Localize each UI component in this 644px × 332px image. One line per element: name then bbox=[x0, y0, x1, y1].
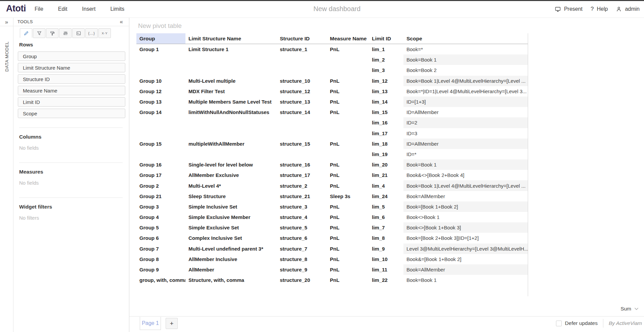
pivot-cell-structure-id[interactable]: structure_1 bbox=[277, 44, 327, 54]
pivot-cell-scope[interactable]: Level 3@MultiLevelHierarchy=[Level 3@Mul… bbox=[403, 244, 528, 254]
pivot-cell-group[interactable] bbox=[136, 65, 185, 75]
pivot-cell-structure-id[interactable] bbox=[277, 117, 327, 128]
pivot-cell-structure-id[interactable]: structure_14 bbox=[277, 107, 327, 117]
pivot-cell-limit-id[interactable]: lim_12 bbox=[369, 76, 403, 86]
pivot-cell-group[interactable]: Group 21 bbox=[136, 191, 185, 201]
pivot-cell-measure-name[interactable]: PnL bbox=[327, 139, 369, 149]
pivot-cell-structure-id[interactable]: structure_12 bbox=[277, 86, 327, 97]
pivot-cell-limit-structure-name[interactable]: AllMember bbox=[185, 264, 277, 275]
pivot-cell-structure-id[interactable]: structure_15 bbox=[277, 139, 327, 149]
collapse-panel-icon[interactable]: « bbox=[120, 19, 123, 25]
pivot-cell-measure-name[interactable] bbox=[327, 54, 369, 65]
pivot-cell-scope[interactable]: ID=* bbox=[403, 149, 528, 159]
page-tab-active[interactable]: Page 1 bbox=[140, 317, 161, 330]
column-header-scope[interactable]: Scope bbox=[403, 33, 528, 44]
field-chip-scope[interactable]: Scope bbox=[18, 109, 125, 118]
add-page-button[interactable]: + bbox=[166, 318, 178, 329]
pivot-cell-scope[interactable]: Book=Book 1|Level 4@MultiLevelHierarchy=… bbox=[403, 180, 528, 191]
pivot-cell-measure-name[interactable]: PnL bbox=[327, 244, 369, 254]
widget-title[interactable]: New pivot table bbox=[138, 22, 182, 30]
pivot-cell-limit-id[interactable]: lim_16 bbox=[369, 117, 403, 128]
pivot-cell-measure-name[interactable]: PnL bbox=[327, 159, 369, 170]
pivot-cell-measure-name[interactable]: PnL bbox=[327, 254, 369, 264]
pivot-cell-limit-id[interactable]: lim_17 bbox=[369, 128, 403, 139]
pivot-cell-scope[interactable]: Book=*|ID=1|Level 4@MultiLevelHierarchy=… bbox=[403, 86, 528, 97]
column-header-structure-id[interactable]: Structure ID bbox=[277, 33, 327, 44]
pivot-cell-group[interactable]: Group 1 bbox=[136, 44, 185, 54]
pivot-cell-group[interactable] bbox=[136, 149, 185, 159]
pivot-cell-group[interactable]: Group 8 bbox=[136, 254, 185, 264]
pivot-cell-group[interactable] bbox=[136, 54, 185, 65]
pivot-cell-structure-id[interactable] bbox=[277, 128, 327, 139]
field-chip-measure-name[interactable]: Measure Name bbox=[18, 86, 125, 95]
pivot-cell-structure-id[interactable]: structure_16 bbox=[277, 159, 327, 170]
pivot-cell-group[interactable]: Group 4 bbox=[136, 212, 185, 222]
pivot-cell-measure-name[interactable]: PnL bbox=[327, 233, 369, 243]
expand-panel-icon[interactable]: » bbox=[5, 19, 8, 25]
pivot-cell-structure-id[interactable]: structure_8 bbox=[277, 254, 327, 264]
tab-code[interactable]: {…} bbox=[85, 28, 98, 38]
pivot-cell-scope[interactable]: ID=AllMember bbox=[403, 107, 528, 117]
pivot-cell-measure-name[interactable]: PnL bbox=[327, 97, 369, 107]
pivot-cell-group[interactable]: Group 14 bbox=[136, 107, 185, 117]
pivot-cell-group[interactable]: Group 5 bbox=[136, 222, 185, 233]
tab-advanced[interactable] bbox=[59, 28, 72, 38]
menu-edit[interactable]: Edit bbox=[58, 6, 68, 12]
pivot-cell-limit-id[interactable]: lim_1 bbox=[369, 44, 403, 54]
pivot-cell-limit-id[interactable]: lim_22 bbox=[369, 275, 403, 285]
pivot-cell-limit-id[interactable]: lim_21 bbox=[369, 170, 403, 180]
pivot-cell-measure-name[interactable]: PnL bbox=[327, 86, 369, 97]
pivot-cell-measure-name[interactable]: PnL bbox=[327, 275, 369, 285]
pivot-cell-limit-structure-name[interactable]: MDX Filter Test bbox=[185, 86, 277, 97]
pivot-cell-scope[interactable]: Book=[Book 2+Book 3]|ID=[1+2] bbox=[403, 233, 528, 243]
pivot-cell-structure-id[interactable]: structure_3 bbox=[277, 201, 327, 212]
pivot-cell-measure-name[interactable]: PnL bbox=[327, 180, 369, 191]
pivot-cell-limit-structure-name[interactable] bbox=[185, 117, 277, 128]
pivot-cell-limit-structure-name[interactable] bbox=[185, 128, 277, 139]
pivot-cell-structure-id[interactable] bbox=[277, 149, 327, 159]
pivot-cell-measure-name[interactable] bbox=[327, 128, 369, 139]
pivot-cell-limit-id[interactable]: lim_10 bbox=[369, 254, 403, 264]
menu-file[interactable]: File bbox=[35, 6, 43, 12]
pivot-cell-limit-id[interactable]: lim_4 bbox=[369, 180, 403, 191]
aggregation-dropdown[interactable]: Sum bbox=[620, 304, 639, 313]
pivot-cell-limit-structure-name[interactable]: Limit Structure 1 bbox=[185, 44, 277, 54]
pivot-cell-measure-name[interactable]: PnL bbox=[327, 212, 369, 222]
column-header-limit-id[interactable]: Limit ID bbox=[369, 33, 403, 44]
pivot-cell-measure-name[interactable]: PnL bbox=[327, 222, 369, 233]
pivot-cell-limit-id[interactable]: lim_9 bbox=[369, 244, 403, 254]
pivot-cell-limit-id[interactable]: lim_5 bbox=[369, 201, 403, 212]
pivot-cell-scope[interactable]: ID=3 bbox=[403, 128, 528, 139]
pivot-cell-limit-structure-name[interactable]: Multi-Level 4* bbox=[185, 180, 277, 191]
field-chip-limit-id[interactable]: Limit ID bbox=[18, 97, 125, 107]
column-header-measure-name[interactable]: Measure Name bbox=[327, 33, 369, 44]
pivot-cell-limit-id[interactable]: lim_13 bbox=[369, 86, 403, 97]
pivot-cell-scope[interactable]: ID=AllMember bbox=[403, 139, 528, 149]
tab-query[interactable] bbox=[72, 28, 85, 38]
pivot-cell-limit-id[interactable]: lim_7 bbox=[369, 222, 403, 233]
pivot-cell-measure-name[interactable] bbox=[327, 149, 369, 159]
pivot-cell-limit-structure-name[interactable]: Multi-Level multiple bbox=[185, 76, 277, 86]
pivot-cell-structure-id[interactable] bbox=[277, 65, 327, 75]
dashboard-title[interactable]: New dashboard bbox=[313, 5, 360, 13]
pivot-cell-limit-id[interactable]: lim_19 bbox=[369, 149, 403, 159]
pivot-cell-scope[interactable]: ID=[1+3] bbox=[403, 97, 528, 107]
pivot-cell-scope[interactable]: Book=AllMember bbox=[403, 191, 528, 201]
pivot-cell-limit-id[interactable]: lim_14 bbox=[369, 97, 403, 107]
pivot-cell-structure-id[interactable]: structure_9 bbox=[277, 264, 327, 275]
pivot-cell-scope[interactable]: Book=Book 2 bbox=[403, 65, 528, 75]
pivot-cell-measure-name[interactable] bbox=[327, 117, 369, 128]
pivot-cell-scope[interactable]: Book&<>[Book 2+Book 4] bbox=[403, 170, 528, 180]
pivot-cell-structure-id[interactable]: structure_7 bbox=[277, 244, 327, 254]
pivot-cell-scope[interactable]: Book=AllMember bbox=[403, 264, 528, 275]
column-header-limit-structure-name[interactable]: Limit Structure Name bbox=[185, 33, 277, 44]
tab-filters[interactable] bbox=[33, 28, 45, 38]
pivot-cell-group[interactable] bbox=[136, 128, 185, 139]
pivot-cell-group[interactable]: Group 7 bbox=[136, 244, 185, 254]
pivot-cell-structure-id[interactable] bbox=[277, 54, 327, 65]
pivot-cell-limit-id[interactable]: lim_20 bbox=[369, 159, 403, 170]
tab-axes[interactable]: X·Y bbox=[98, 28, 111, 38]
pivot-cell-limit-structure-name[interactable]: Structure, with, comma bbox=[185, 275, 277, 285]
pivot-cell-group[interactable] bbox=[136, 117, 185, 128]
pivot-cell-limit-structure-name[interactable]: multipleWithAllMember bbox=[185, 139, 277, 149]
